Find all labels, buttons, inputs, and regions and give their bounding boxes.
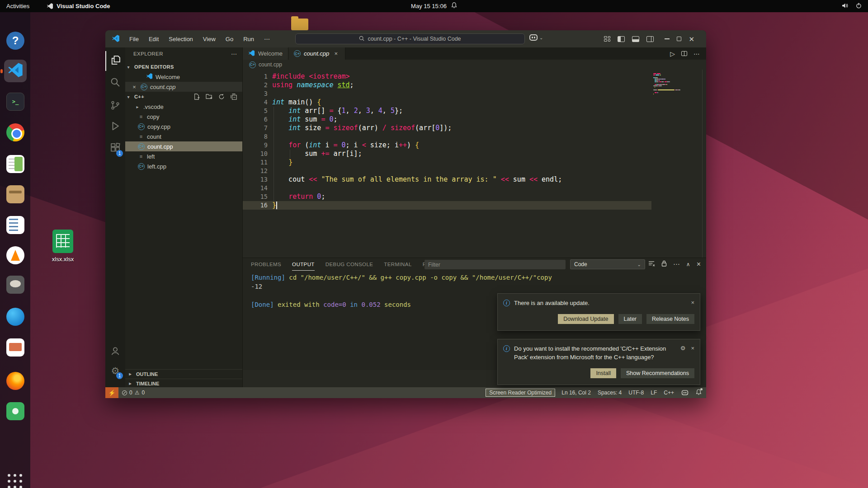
dock-item-libreoffice-impress[interactable] [4,336,27,359]
dock-item-archive-manager[interactable] [4,183,27,206]
more-actions-icon[interactable]: ⋯ [673,260,680,268]
code-line-5[interactable]: 5 int arr[] = {1, 2, 3, 4, 5}; [243,107,651,115]
open-editor-count-cpp[interactable]: ×C+count.cpp [125,82,242,92]
breadcrumb[interactable]: C+ count.cpp [243,60,706,70]
code-line-7[interactable]: 7 int size = sizeof(arr) / sizeof(arr[0]… [243,124,651,132]
dock-item-libreoffice-writer[interactable] [4,214,27,236]
show-recommendations-button[interactable]: Show Recommendations [621,368,694,378]
problems-summary[interactable]: 0 ⚠ 0 [122,389,145,396]
dock-item-firefox[interactable] [4,370,27,392]
panel-tab-debug-console[interactable]: DEBUG CONSOLE [326,258,373,271]
remote-indicator[interactable]: ⚡ [105,387,118,398]
file-copy[interactable]: ≡copy [125,112,242,122]
refresh-icon[interactable] [218,94,225,100]
code-line-16[interactable]: 16} [243,201,651,210]
menu-selection[interactable]: Selection [165,34,197,44]
more-actions-icon[interactable]: ⋯ [693,50,700,57]
collapse-all-icon[interactable] [231,94,237,100]
activity-accounts[interactable] [105,342,125,362]
activity-run-and-debug[interactable] [105,117,125,137]
dock-item-software-center[interactable] [4,400,27,422]
maximize-button[interactable] [677,37,681,41]
download-update-button[interactable]: Download Update [558,314,613,324]
notifications-bell-icon[interactable] [696,389,702,397]
tab-welcome[interactable]: Welcome [243,47,288,60]
code-line-15[interactable]: 15 return 0; [243,192,651,201]
code-line-10[interactable]: 10 sum += arr[i]; [243,150,651,158]
menu-file[interactable]: File [125,34,143,44]
status-c-[interactable]: C++ [664,389,674,396]
volume-icon[interactable] [842,3,849,10]
activity-extensions[interactable]: 1 [105,139,125,159]
panel-tab-output[interactable]: OUTPUT [292,258,315,271]
menu-view[interactable]: View [199,34,220,44]
file-copy.cpp[interactable]: C+copy.cpp [125,122,242,131]
menu-go[interactable]: Go [222,34,237,44]
more-actions-icon[interactable]: ⋯ [231,51,237,57]
code-line-14[interactable]: 14 [243,184,651,192]
toggle-panel-icon[interactable] [632,36,639,42]
dock-item-chrome[interactable] [4,121,27,144]
run-file-icon[interactable]: ▷ [670,50,675,57]
toggle-secondary-sidebar-icon[interactable] [646,36,654,42]
copilot-status-icon[interactable] [682,390,688,395]
minimize-button[interactable] [665,38,670,39]
status-ln-16-col-2[interactable]: Ln 16, Col 2 [561,389,591,396]
code-line-13[interactable]: 13 cout << "The sum of all elements in t… [243,175,651,184]
new-folder-icon[interactable] [206,94,212,100]
install-button[interactable]: Install [590,368,616,378]
command-center-search[interactable]: count.cpp - C++ - Visual Studio Code [295,33,525,44]
code-editor[interactable]: 1#include <iostream>2using namespace std… [243,70,706,258]
dock-item-terminal[interactable]: >_ [4,90,27,113]
release-notes-button[interactable]: Release Notes [646,314,694,324]
dock-item-visual-studio-code[interactable] [4,60,27,82]
panel-tab-terminal[interactable]: TERMINAL [384,258,411,271]
power-icon[interactable] [856,3,862,10]
close-notification-icon[interactable]: × [691,345,694,352]
file-.vscode[interactable]: ▸.vscode [125,102,242,112]
dock-item-vlc[interactable] [4,244,27,267]
activity-explorer[interactable] [105,51,125,71]
code-line-1[interactable]: 1#include <iostream> [243,72,651,81]
close-tab-icon[interactable]: × [332,50,340,57]
menu-overflow[interactable]: ⋯ [260,34,274,44]
close-window-button[interactable]: ✕ [689,36,694,42]
section-open-editors[interactable]: ▾OPEN EDITORS [125,62,242,72]
section-outline[interactable]: ▸OUTLINE [125,369,242,378]
status-spaces-4[interactable]: Spaces: 4 [598,389,622,396]
section-timeline[interactable]: ▸TIMELINE [125,379,242,388]
menu-run[interactable]: Run [239,34,258,44]
code-line-11[interactable]: 11 } [243,158,651,167]
status-lf[interactable]: LF [651,389,657,396]
code-line-8[interactable]: 8 [243,132,651,141]
code-line-6[interactable]: 6 int sum = 0; [243,115,651,124]
section-folder-cpp[interactable]: ▾C++ [125,92,242,102]
dock-item-messenger[interactable] [4,305,27,328]
code-line-12[interactable]: 12 [243,167,651,175]
menu-edit[interactable]: Edit [145,34,163,44]
close-notification-icon[interactable]: × [691,299,694,306]
notification-settings-gear-icon[interactable]: ⚙ [680,345,686,352]
maximize-panel-icon[interactable]: ∧ [686,261,690,267]
dock-item-gimp[interactable] [4,273,27,296]
toggle-sidebar-icon[interactable] [618,36,625,42]
desktop-file-xlsx[interactable]: xlsx.xlsx [47,230,79,263]
later-button[interactable]: Later [618,314,642,324]
minimap[interactable] [653,73,691,100]
code-line-2[interactable]: 2using namespace std; [243,81,651,89]
status-utf-8[interactable]: UTF-8 [628,389,644,396]
activity-manage-settings[interactable]: ⚙1 [105,361,125,381]
open-editor-welcome[interactable]: Welcome [125,72,242,82]
close-icon[interactable]: × [131,84,138,90]
code-line-9[interactable]: 9 for (int i = 0; i < size; i++) { [243,141,651,150]
desktop-folder-icon[interactable] [291,19,308,30]
close-panel-icon[interactable]: × [697,260,701,268]
lock-scroll-icon[interactable] [661,260,667,268]
panel-tab-problems[interactable]: PROBLEMS [251,258,281,271]
split-editor-icon[interactable] [681,51,687,56]
tab-count-cpp[interactable]: C+count.cpp× [288,47,345,60]
code-line-3[interactable]: 3 [243,89,651,98]
activity-source-control[interactable] [105,96,125,116]
code-line-4[interactable]: 4int main() { [243,98,651,107]
clock[interactable]: May 15 15:06 [411,3,447,9]
